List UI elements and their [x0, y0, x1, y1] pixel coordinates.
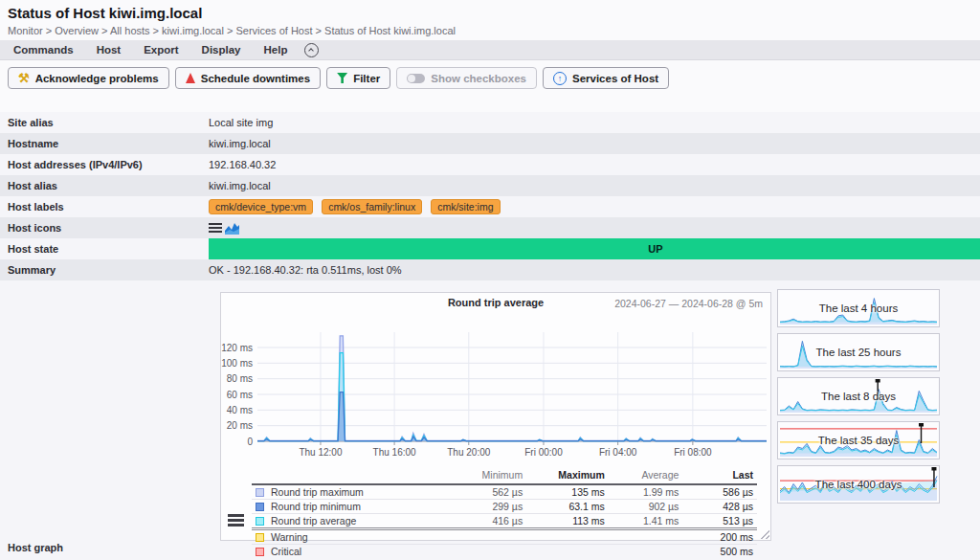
table-row-host-labels: Host labels cmk/device_type:vm cmk/os_fa… — [0, 196, 980, 217]
menubar: Commands Host Export Display Help — [0, 40, 980, 60]
circle-up-arrow-icon: ↑ — [553, 72, 567, 85]
graph-resize-handle[interactable] — [759, 528, 769, 539]
svg-text:Thu 16:00: Thu 16:00 — [373, 447, 416, 458]
menu-icon[interactable] — [209, 221, 222, 235]
table-row: Host addresses (IPv4/IPv6) 192.168.40.32 — [0, 154, 980, 175]
table-row: Site alias Local site img — [0, 112, 980, 133]
host-label-badge[interactable]: cmk/device_type:vm — [209, 199, 313, 214]
traffic-cone-icon — [186, 73, 195, 83]
svg-text:80 ms: 80 ms — [227, 373, 253, 384]
host-graph-row-label: Host graph — [8, 542, 63, 553]
svg-text:Fri 04:00: Fri 04:00 — [599, 447, 637, 458]
svg-text:Thu 20:00: Thu 20:00 — [447, 447, 490, 458]
svg-text:0: 0 — [247, 437, 253, 447]
page-header: Status of Host kiwi.img.local Monitor > … — [0, 0, 980, 40]
host-state-badge: UP — [209, 238, 980, 259]
host-label-badge[interactable]: cmk/site:img — [431, 199, 500, 214]
svg-text:Fri 08:00: Fri 08:00 — [674, 447, 712, 458]
host-label-badge[interactable]: cmk/os_family:linux — [322, 199, 422, 214]
svg-text:20 ms: 20 ms — [227, 420, 253, 431]
series-swatch — [256, 503, 264, 511]
table-row: Host alias kiwi.img.local — [0, 175, 980, 196]
table-row: Hostname kiwi.img.local — [0, 133, 980, 154]
critical-swatch — [256, 548, 264, 556]
menu-help[interactable]: Help — [253, 44, 300, 56]
legend-row: Round trip average 416 µs 113 ms 1.41 ms… — [252, 514, 757, 529]
svg-text:Thu 12:00: Thu 12:00 — [299, 447, 342, 458]
toolbar: ⚒ Acknowledge problems Schedule downtime… — [0, 60, 980, 95]
breadcrumb: Monitor > Overview > All hosts > kiwi.im… — [8, 24, 972, 37]
graph-time-range: 2024-06-27 — 2024-06-28 @ 5m — [614, 298, 763, 309]
schedule-downtimes-button[interactable]: Schedule downtimes — [175, 67, 321, 89]
chevron-up-circle-icon[interactable] — [304, 43, 319, 57]
series-swatch — [256, 517, 264, 526]
page-title: Status of Host kiwi.img.local — [8, 5, 972, 22]
host-graph-svg[interactable]: 020 ms40 ms60 ms80 ms100 ms120 msThu 12:… — [221, 313, 770, 464]
legend-row-warning: Warning 200 ms — [252, 529, 757, 545]
warning-swatch — [256, 533, 264, 542]
legend-row: Round trip maximum 562 µs 135 ms 1.99 ms… — [252, 484, 757, 500]
thumbnail-8-days[interactable]: The last 8 days — [777, 377, 940, 415]
host-status-table: Site alias Local site img Hostname kiwi.… — [0, 112, 980, 560]
acknowledge-problems-button[interactable]: ⚒ Acknowledge problems — [8, 67, 169, 89]
show-checkboxes-button[interactable]: Show checkboxes — [396, 67, 537, 89]
table-row-host-graph: Host graph Round trip average 2024-06-27… — [0, 280, 980, 560]
table-row-host-icons: Host icons — [0, 217, 980, 238]
legend-row: Round trip minimum 299 µs 63.1 ms 902 µs… — [252, 500, 757, 514]
svg-text:120 ms: 120 ms — [221, 343, 253, 353]
graph-thumbnails: The last 4 hours The last 25 hours The l… — [777, 289, 940, 509]
tools-icon: ⚒ — [18, 72, 30, 84]
thumbnail-4-hours[interactable]: The last 4 hours — [777, 289, 940, 327]
table-row-summary: Summary OK - 192.168.40.32: rta 0.511ms,… — [0, 259, 980, 280]
legend-row-critical: Critical 500 ms — [252, 545, 757, 559]
svg-text:60 ms: 60 ms — [227, 390, 253, 400]
svg-text:40 ms: 40 ms — [227, 405, 253, 415]
area-chart-icon[interactable] — [225, 222, 239, 235]
menu-host[interactable]: Host — [85, 44, 133, 56]
menu-display[interactable]: Display — [190, 44, 253, 56]
menu-export[interactable]: Export — [132, 44, 189, 56]
thumbnail-400-days[interactable]: The last 400 days — [777, 465, 940, 504]
host-graph-panel: Round trip average 2024-06-27 — 2024-06-… — [220, 292, 771, 541]
graph-menu-icon[interactable] — [228, 512, 244, 529]
services-of-host-button[interactable]: ↑ Services of Host — [543, 67, 669, 89]
toggle-icon — [407, 74, 425, 83]
menu-commands[interactable]: Commands — [2, 44, 85, 56]
graph-legend: Minimum Maximum Average Last Round trip … — [252, 468, 757, 558]
thumbnail-35-days[interactable]: The last 35 days — [777, 421, 940, 459]
svg-text:Fri 00:00: Fri 00:00 — [524, 447, 563, 458]
table-row-host-state: Host state UP — [0, 238, 980, 259]
series-swatch — [256, 488, 264, 497]
thumbnail-25-hours[interactable]: The last 25 hours — [777, 333, 940, 371]
filter-button[interactable]: Filter — [326, 67, 390, 89]
svg-text:100 ms: 100 ms — [221, 358, 253, 369]
filter-funnel-icon — [337, 73, 347, 83]
